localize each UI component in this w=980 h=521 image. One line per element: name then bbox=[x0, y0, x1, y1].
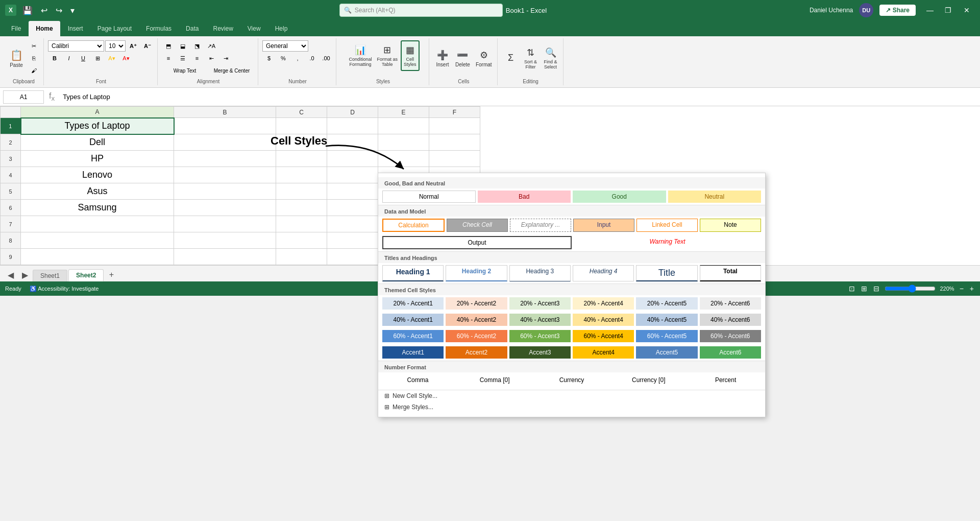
cell-c9[interactable] bbox=[276, 249, 327, 265]
cell-b3[interactable] bbox=[174, 151, 276, 167]
share-button[interactable]: ↗ Share bbox=[879, 5, 916, 16]
cell-reference-input[interactable] bbox=[3, 90, 44, 104]
tab-home[interactable]: Home bbox=[28, 20, 60, 36]
page-break-view-button[interactable]: ⊟ bbox=[872, 283, 880, 294]
tab-review[interactable]: Review bbox=[206, 21, 240, 36]
fill-color-button[interactable]: A▾ bbox=[105, 53, 118, 64]
cell-d5[interactable] bbox=[327, 183, 378, 200]
style-heading3[interactable]: Heading 3 bbox=[509, 265, 571, 281]
style-40pct-accent4[interactable]: 40% - Accent4 bbox=[573, 314, 634, 326]
style-total[interactable]: Total bbox=[700, 265, 761, 281]
style-neutral[interactable]: Neutral bbox=[668, 191, 762, 203]
cell-a3[interactable]: HP bbox=[21, 151, 174, 167]
align-top-left-button[interactable]: ⬒ bbox=[162, 40, 175, 52]
border-button[interactable]: ⊞ bbox=[91, 53, 104, 64]
cell-b6[interactable] bbox=[174, 200, 276, 216]
find-select-button[interactable]: 🔍 Find & Select bbox=[542, 43, 560, 74]
style-comma0[interactable]: Comma [0] bbox=[459, 374, 530, 386]
cell-b9[interactable] bbox=[174, 249, 276, 265]
save-button[interactable]: 💾 bbox=[20, 5, 35, 16]
row-header-3[interactable]: 3 bbox=[1, 151, 21, 167]
cell-d2[interactable] bbox=[327, 134, 378, 151]
style-40pct-accent1[interactable]: 40% - Accent1 bbox=[382, 314, 444, 326]
tab-insert[interactable]: Insert bbox=[61, 21, 90, 36]
style-accent6[interactable]: Accent6 bbox=[700, 346, 761, 359]
style-accent2[interactable]: Accent2 bbox=[446, 346, 507, 359]
cell-d6[interactable] bbox=[327, 200, 378, 216]
style-accent3[interactable]: Accent3 bbox=[509, 346, 571, 359]
copy-button[interactable]: ⎘ bbox=[27, 53, 40, 64]
font-name-select[interactable]: Calibri bbox=[48, 40, 104, 52]
more-button[interactable]: ▾ bbox=[68, 5, 77, 16]
align-left-button[interactable]: ≡ bbox=[162, 53, 175, 64]
style-heading1[interactable]: Heading 1 bbox=[382, 265, 444, 281]
style-explanatory[interactable]: Explanatory ... bbox=[510, 219, 571, 232]
style-normal[interactable]: Normal bbox=[382, 191, 476, 203]
sort-filter-button[interactable]: ⇅ Sort & Filter bbox=[522, 43, 540, 74]
bold-button[interactable]: B bbox=[48, 53, 61, 64]
comma-button[interactable]: , bbox=[291, 53, 304, 64]
number-format-select[interactable]: General bbox=[262, 40, 308, 52]
style-40pct-accent2[interactable]: 40% - Accent2 bbox=[446, 314, 507, 326]
align-right-button[interactable]: ≡ bbox=[190, 53, 204, 64]
style-20pct-accent5[interactable]: 20% - Accent5 bbox=[636, 297, 697, 310]
style-output[interactable]: Output bbox=[382, 236, 572, 249]
cell-b7[interactable] bbox=[174, 216, 276, 232]
col-header-d[interactable]: D bbox=[327, 107, 378, 118]
cell-b4[interactable] bbox=[174, 167, 276, 183]
style-bad[interactable]: Bad bbox=[478, 191, 571, 203]
style-linked-cell[interactable]: Linked Cell bbox=[636, 219, 698, 232]
font-size-select[interactable]: 10 bbox=[105, 40, 126, 52]
style-note[interactable]: Note bbox=[700, 219, 761, 232]
cell-d7[interactable] bbox=[327, 216, 378, 232]
sum-button[interactable]: Σ bbox=[502, 43, 520, 74]
new-cell-style-button[interactable]: ⊞ New Cell Style... bbox=[378, 390, 765, 401]
format-painter-button[interactable]: 🖌 bbox=[27, 65, 40, 76]
row-header-6[interactable]: 6 bbox=[1, 200, 21, 216]
decrease-font-button[interactable]: A⁻ bbox=[141, 40, 154, 52]
sheet-tab-sheet2[interactable]: Sheet2 bbox=[68, 269, 104, 281]
style-check-cell[interactable]: Check Cell bbox=[447, 219, 508, 232]
col-header-b[interactable]: B bbox=[174, 107, 276, 118]
cell-f3[interactable] bbox=[429, 151, 480, 167]
sheet-tab-sheet1[interactable]: Sheet1 bbox=[33, 270, 67, 281]
italic-button[interactable]: I bbox=[62, 53, 76, 64]
format-cells-button[interactable]: ⚙ Format bbox=[474, 43, 494, 74]
style-20pct-accent1[interactable]: 20% - Accent1 bbox=[382, 297, 444, 310]
style-currency[interactable]: Currency bbox=[536, 374, 607, 386]
style-40pct-accent3[interactable]: 40% - Accent3 bbox=[509, 314, 571, 326]
cell-a4[interactable]: Lenovo bbox=[21, 167, 174, 183]
cell-c2[interactable] bbox=[276, 134, 327, 151]
cell-a2[interactable]: Dell bbox=[21, 134, 174, 151]
cell-a8[interactable] bbox=[21, 232, 174, 249]
col-header-a[interactable]: A bbox=[21, 107, 174, 118]
restore-button[interactable]: ❐ bbox=[940, 3, 957, 17]
tab-view[interactable]: View bbox=[240, 21, 268, 36]
cell-a6[interactable]: Samsung bbox=[21, 200, 174, 216]
style-accent1[interactable]: Accent1 bbox=[382, 346, 444, 359]
cell-a1[interactable]: Types of Laptop bbox=[21, 118, 174, 134]
row-header-2[interactable]: 2 bbox=[1, 134, 21, 151]
page-layout-view-button[interactable]: ⊞ bbox=[860, 283, 868, 294]
cell-a9[interactable] bbox=[21, 249, 174, 265]
zoom-in-button[interactable]: + bbox=[969, 283, 975, 294]
row-header-9[interactable]: 9 bbox=[1, 249, 21, 265]
font-color-button[interactable]: A▾ bbox=[119, 53, 133, 64]
style-accent4[interactable]: Accent4 bbox=[573, 346, 634, 359]
cell-b2[interactable] bbox=[174, 134, 276, 151]
cell-d8[interactable] bbox=[327, 232, 378, 249]
style-20pct-accent4[interactable]: 20% - Accent4 bbox=[573, 297, 634, 310]
col-header-e[interactable]: E bbox=[378, 107, 429, 118]
style-60pct-accent4[interactable]: 60% - Accent4 bbox=[573, 330, 634, 342]
cell-b1[interactable] bbox=[174, 118, 276, 134]
zoom-slider[interactable] bbox=[885, 285, 936, 293]
style-40pct-accent6[interactable]: 40% - Accent6 bbox=[700, 314, 761, 326]
style-60pct-accent6[interactable]: 60% - Accent6 bbox=[700, 330, 761, 342]
navigate-left-button[interactable]: ◀ bbox=[4, 268, 17, 281]
cell-d1[interactable] bbox=[327, 118, 378, 134]
cell-f2[interactable] bbox=[429, 134, 480, 151]
style-good[interactable]: Good bbox=[573, 191, 666, 203]
tab-file[interactable]: File bbox=[4, 21, 28, 36]
merge-center-button[interactable]: Merge & Center bbox=[209, 65, 255, 76]
currency-button[interactable]: $ bbox=[262, 53, 276, 64]
